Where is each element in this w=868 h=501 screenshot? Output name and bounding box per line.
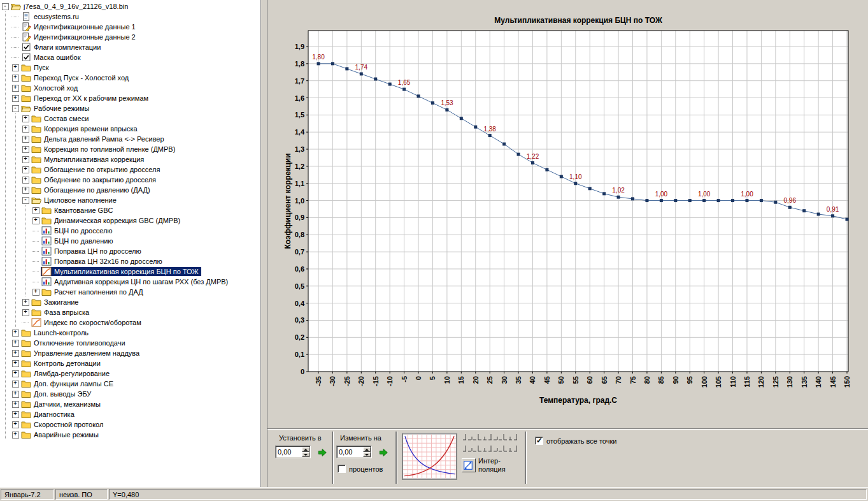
data-point[interactable] bbox=[417, 94, 420, 98]
tree-item-label[interactable]: Динамическая коррекция GBC (ДМРВ) bbox=[53, 216, 182, 225]
tree-item-label[interactable]: Поправка ЦН по дросселю bbox=[53, 247, 143, 256]
data-point[interactable] bbox=[374, 78, 377, 81]
expand-plus-icon[interactable]: + bbox=[10, 370, 20, 377]
data-point[interactable] bbox=[617, 196, 620, 199]
tree-item[interactable]: Идентификационные данные 2 bbox=[0, 32, 260, 42]
tree-item-label[interactable]: Launch-контроль bbox=[33, 328, 90, 337]
expand-plus-icon[interactable]: + bbox=[10, 391, 20, 398]
tree-item-label[interactable]: Флаги комплектации bbox=[33, 43, 103, 52]
correction-curve-chart[interactable]: 00,10,20,30,40,50,60,70,80,91,01,11,21,3… bbox=[267, 0, 868, 428]
tree-item[interactable]: +Холостой ход bbox=[0, 83, 260, 93]
tree-item-label[interactable]: Рабочие режимы bbox=[33, 104, 91, 113]
expand-plus-icon[interactable]: + bbox=[10, 64, 20, 71]
expand-plus-icon[interactable]: + bbox=[10, 95, 20, 102]
expand-plus-icon[interactable]: + bbox=[10, 381, 20, 388]
tree-item-label[interactable]: Цикловое наполнение bbox=[43, 196, 118, 205]
data-point[interactable] bbox=[788, 206, 792, 209]
tree-item-label[interactable]: БЦН по давлению bbox=[53, 236, 115, 245]
tree-item[interactable]: +Обогащение по давлению (ДАД) bbox=[0, 185, 260, 195]
tree-item[interactable]: +Обогащение по открытию дросселя bbox=[0, 164, 260, 175]
change-by-input[interactable]: 0,00 bbox=[336, 446, 372, 458]
tree-item[interactable]: +Мультипликативная коррекция bbox=[0, 154, 260, 164]
data-point[interactable] bbox=[517, 153, 520, 156]
tree-item-label[interactable]: Состав смеси bbox=[43, 114, 90, 123]
data-point[interactable] bbox=[717, 199, 720, 202]
tree-item-label[interactable]: Переход от ХХ к рабочим режимам bbox=[33, 94, 150, 103]
tree-item[interactable]: Индекс по скорости/оборотам bbox=[0, 317, 260, 328]
tree-item[interactable]: +Динамическая коррекция GBC (ДМРВ) bbox=[0, 215, 260, 226]
expand-plus-icon[interactable]: + bbox=[20, 115, 31, 122]
percent-checkbox[interactable]: процентов bbox=[338, 465, 383, 473]
data-point[interactable] bbox=[488, 134, 492, 137]
expand-plus-icon[interactable]: + bbox=[10, 350, 20, 357]
data-point[interactable] bbox=[846, 218, 849, 221]
tree-item[interactable]: +Состав смеси bbox=[0, 113, 260, 124]
expand-plus-icon[interactable]: + bbox=[20, 299, 31, 306]
data-point[interactable] bbox=[702, 199, 706, 202]
tree-item-label[interactable]: Дельта давлений Рампа <-> Ресивер bbox=[43, 134, 166, 143]
data-point[interactable] bbox=[388, 83, 392, 86]
tree-item[interactable]: +Контроль детонации bbox=[0, 358, 260, 368]
expand-plus-icon[interactable]: + bbox=[20, 177, 31, 184]
tree-item-label[interactable]: Зажигание bbox=[43, 298, 81, 307]
tree-item[interactable]: Идентификационные данные 1 bbox=[0, 22, 260, 32]
tree-item[interactable]: +Переход от ХХ к рабочим режимам bbox=[0, 93, 260, 103]
tree-item[interactable]: Поправка ЦН 32x16 по дросселю bbox=[0, 256, 260, 266]
expand-plus-icon[interactable]: + bbox=[10, 421, 20, 428]
parameter-tree[interactable]: -j7esa_0_4_9_16v_21126_v18.binecusystems… bbox=[0, 0, 261, 487]
data-point[interactable] bbox=[560, 175, 563, 178]
data-point[interactable] bbox=[831, 214, 834, 217]
expand-plus-icon[interactable]: + bbox=[20, 136, 31, 143]
checkbox-checked-icon[interactable] bbox=[535, 437, 543, 445]
expand-plus-icon[interactable]: + bbox=[10, 340, 20, 347]
data-point[interactable] bbox=[502, 143, 506, 146]
spinner-down-icon[interactable] bbox=[302, 452, 309, 457]
tree-item-label[interactable]: Диагностика bbox=[33, 410, 76, 419]
change-by-value[interactable]: 0,00 bbox=[339, 448, 363, 456]
data-point[interactable] bbox=[345, 67, 348, 70]
tree-item[interactable]: +Лямбда-регулирование bbox=[0, 368, 260, 379]
set-to-value[interactable]: 0,00 bbox=[278, 448, 302, 456]
tree-item[interactable]: +Launch-контроль bbox=[0, 328, 260, 338]
collapse-minus-icon[interactable]: - bbox=[0, 3, 10, 10]
tree-item-label[interactable]: Маска ошибок bbox=[33, 53, 82, 62]
data-point[interactable] bbox=[460, 117, 463, 120]
data-point[interactable] bbox=[631, 197, 634, 200]
tree-item-label[interactable]: ecusystems.ru bbox=[33, 12, 81, 21]
tree-item-label[interactable]: Управление давлением наддува bbox=[33, 349, 141, 358]
tree-item[interactable]: +Зажигание bbox=[0, 297, 260, 307]
tree-item[interactable]: ecusystems.ru bbox=[0, 11, 260, 22]
data-point[interactable] bbox=[802, 209, 806, 212]
expand-plus-icon[interactable]: + bbox=[10, 432, 20, 439]
data-point[interactable] bbox=[731, 199, 734, 202]
expand-plus-icon[interactable]: + bbox=[31, 207, 41, 214]
tree-item[interactable]: -Цикловое наполнение bbox=[0, 195, 260, 205]
expand-plus-icon[interactable]: + bbox=[20, 309, 31, 316]
spinner-up-icon[interactable] bbox=[302, 447, 309, 452]
tree-item-label[interactable]: Обогащение по давлению (ДАД) bbox=[43, 185, 152, 194]
tree-item-label[interactable]: Обогащение по открытию дросселя bbox=[43, 165, 162, 174]
set-to-input[interactable]: 0,00 bbox=[275, 446, 311, 458]
tree-item-label[interactable]: Пуск bbox=[33, 63, 51, 72]
tree-item[interactable]: +Фаза впрыска bbox=[0, 307, 260, 317]
expand-plus-icon[interactable]: + bbox=[10, 85, 20, 92]
data-point[interactable] bbox=[317, 62, 320, 65]
expand-plus-icon[interactable]: + bbox=[10, 401, 20, 408]
data-point[interactable] bbox=[660, 199, 663, 202]
expand-plus-icon[interactable]: + bbox=[20, 156, 31, 163]
collapse-minus-icon[interactable]: - bbox=[10, 105, 20, 112]
expand-plus-icon[interactable]: + bbox=[20, 187, 31, 194]
tree-item-label[interactable]: Коррекция времени впрыска bbox=[43, 124, 139, 133]
tree-item[interactable]: +Обеднение по закрытию дросселя bbox=[0, 175, 260, 185]
tree-item[interactable]: +Дельта давлений Рампа <-> Ресивер bbox=[0, 134, 260, 144]
tree-item[interactable]: +Квантование GBC bbox=[0, 205, 260, 215]
tree-item-label[interactable]: БЦН по дросселю bbox=[53, 226, 115, 235]
data-point[interactable] bbox=[445, 108, 448, 112]
tree-item-label[interactable]: Фаза впрыска bbox=[43, 308, 91, 317]
data-point[interactable] bbox=[574, 182, 577, 185]
tree-item-label[interactable]: Лямбда-регулирование bbox=[33, 369, 111, 378]
tree-item[interactable]: +Аварийные режимы bbox=[0, 430, 260, 440]
tree-item-label[interactable]: Идентификационные данные 2 bbox=[33, 33, 138, 41]
data-point[interactable] bbox=[360, 72, 363, 75]
tree-item[interactable]: +Расчет наполнения по ДАД bbox=[0, 287, 260, 297]
